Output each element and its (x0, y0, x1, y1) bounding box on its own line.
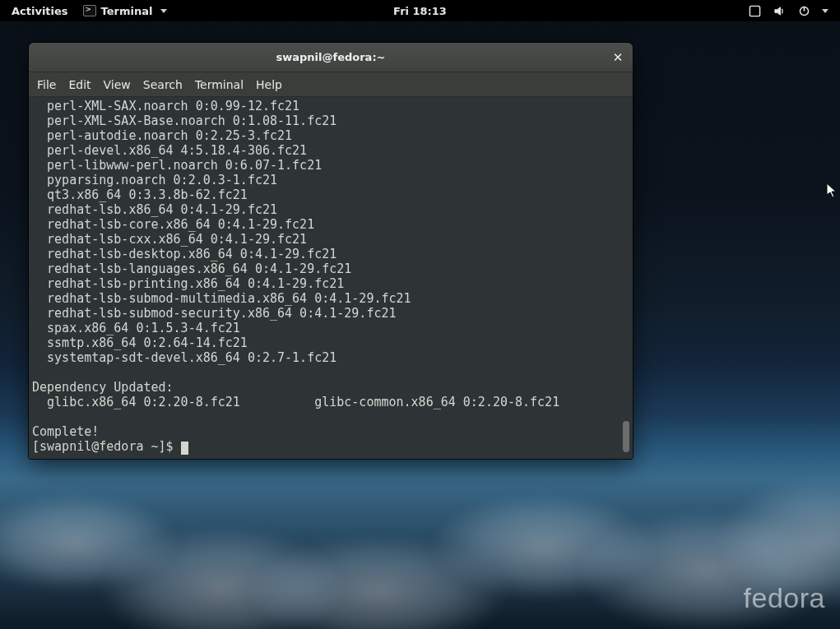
desktop: Activities Terminal Fri 18:13 swapnil@fe… (0, 0, 840, 629)
close-icon: ✕ (613, 50, 624, 65)
activities-button[interactable]: Activities (12, 5, 68, 17)
menu-terminal[interactable]: Terminal (195, 78, 244, 91)
menu-edit[interactable]: Edit (68, 78, 90, 91)
menu-search[interactable]: Search (143, 78, 183, 91)
fedora-logo: fedora (744, 582, 825, 614)
window-title: swapnil@fedora:~ (276, 51, 386, 63)
volume-icon[interactable] (773, 4, 786, 17)
app-menu-label: Terminal (101, 5, 153, 17)
window-titlebar[interactable]: swapnil@fedora:~ ✕ (29, 43, 633, 72)
accessibility-icon[interactable] (748, 4, 761, 17)
system-menu-chevron-icon[interactable] (822, 9, 828, 13)
terminal-menubar: File Edit View Search Terminal Help (29, 72, 633, 97)
terminal-cursor (181, 442, 188, 455)
terminal-prompt: [swapnil@fedora ~]$ (32, 439, 181, 454)
menu-help[interactable]: Help (256, 78, 282, 91)
mouse-cursor-icon (826, 183, 839, 199)
clock[interactable]: Fri 18:13 (393, 5, 447, 17)
app-menu[interactable]: Terminal (83, 5, 168, 17)
power-icon[interactable] (797, 4, 810, 17)
terminal-output: perl-XML-SAX.noarch 0:0.99-12.fc21 perl-… (32, 99, 629, 439)
gnome-topbar: Activities Terminal Fri 18:13 (0, 0, 840, 21)
svg-rect-0 (750, 6, 759, 16)
terminal-prompt-line: [swapnil@fedora ~]$ (32, 439, 629, 454)
menu-view[interactable]: View (104, 78, 131, 91)
window-close-button[interactable]: ✕ (610, 49, 626, 66)
terminal-window: swapnil@fedora:~ ✕ File Edit View Search… (29, 43, 633, 459)
terminal-body[interactable]: perl-XML-SAX.noarch 0:0.99-12.fc21 perl-… (29, 97, 633, 459)
menu-file[interactable]: File (37, 78, 56, 91)
chevron-down-icon (160, 9, 167, 13)
terminal-icon (83, 5, 96, 16)
terminal-scrollbar-thumb[interactable] (623, 421, 629, 452)
